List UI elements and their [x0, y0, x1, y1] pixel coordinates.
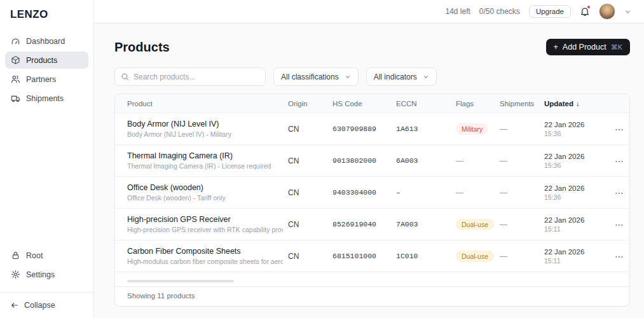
table-row[interactable]: Body Armor (NIJ Level IV) Body Armor (NI… [115, 113, 629, 145]
row-actions-button[interactable]: ⋯ [610, 188, 629, 198]
table-row[interactable]: High-precision GPS Receiver High-precisi… [115, 209, 629, 240]
table-row[interactable]: Thermal Imaging Camera (IR) Thermal Imag… [115, 145, 629, 177]
gear-icon [11, 270, 20, 279]
column-origin[interactable]: Origin [288, 100, 332, 107]
origin-cell: CN [288, 156, 332, 165]
hs-code-cell: 8526919040 [332, 220, 396, 228]
table-footer: Showing 11 products [115, 287, 629, 306]
product-cell: Office Desk (wooden) Office Desk (wooden… [115, 183, 288, 202]
product-cell: Body Armor (NIJ Level IV) Body Armor (NI… [115, 120, 288, 138]
classification-filter[interactable]: All classifications [273, 67, 359, 86]
add-product-shortcut: ⌘K [611, 43, 622, 52]
shipments-cell: — [500, 188, 544, 197]
updated-time: 15:36 [544, 130, 605, 137]
arrow-left-icon [10, 301, 19, 310]
sidebar-item-label: Dashboard [26, 37, 65, 46]
sidebar-item-label: Shipments [26, 94, 64, 103]
row-actions-button[interactable]: ⋯ [610, 219, 629, 230]
search-box [114, 67, 266, 86]
origin-cell: CN [288, 125, 332, 134]
topbar: 14d left 0/50 checks Upgrade [94, 0, 644, 24]
products-table: Product Origin HS Code ECCN Flags Shipme… [114, 93, 630, 307]
flags-cell: Military [456, 123, 500, 135]
truck-icon [11, 93, 20, 103]
filter-bar: All classifications All indicators [114, 67, 630, 86]
product-subtitle: Office Desk (wooden) - Tariff only [127, 194, 283, 202]
sidebar-bottom-nav: Root Settings [0, 247, 93, 287]
shipments-cell: — [500, 156, 544, 165]
brand-logo: LENZO [0, 0, 93, 27]
product-cell: Carbon Fiber Composite Sheets High-modul… [115, 247, 288, 265]
row-actions-button[interactable]: ⋯ [610, 156, 629, 166]
product-name: Carbon Fiber Composite Sheets [127, 247, 283, 256]
shipments-cell: — [500, 252, 544, 261]
column-flags[interactable]: Flags [456, 100, 500, 107]
clipped-row [115, 272, 629, 287]
shipments-cell: — [500, 125, 544, 134]
updated-date: 22 Jan 2026 [544, 216, 605, 224]
updated-time: 15:11 [544, 225, 605, 233]
product-cell: High-precision GPS Receiver High-precisi… [115, 215, 288, 233]
updated-time: 15:36 [544, 193, 605, 201]
notifications-button[interactable] [580, 6, 590, 17]
chevron-down-icon[interactable] [624, 8, 631, 15]
sidebar-item-root[interactable]: Root [5, 247, 88, 264]
flag-badge: — [456, 188, 463, 197]
column-hs-code[interactable]: HS Code [332, 100, 396, 107]
column-shipments[interactable]: Shipments [500, 100, 544, 107]
hs-code-cell: 6815101000 [332, 252, 396, 260]
sidebar-item-settings[interactable]: Settings [5, 266, 88, 283]
column-updated[interactable]: Updated ↓ [544, 100, 610, 107]
add-product-button[interactable]: + Add Product ⌘K [546, 39, 630, 55]
dashboard-icon [11, 36, 20, 46]
updated-cell: 22 Jan 2026 15:11 [544, 216, 610, 233]
upgrade-button[interactable]: Upgrade [529, 5, 571, 18]
indicator-filter[interactable]: All indicators [366, 67, 437, 86]
collapse-button[interactable]: Collapse [0, 292, 93, 318]
sidebar-item-products[interactable]: Products [5, 52, 88, 69]
updated-time: 15:11 [544, 257, 605, 265]
add-product-label: Add Product [563, 43, 606, 52]
package-icon [11, 55, 20, 65]
flag-badge: Military [456, 123, 488, 135]
updated-cell: 22 Jan 2026 15:36 [544, 121, 610, 137]
product-subtitle: High-modulus carbon fiber composite shee… [127, 258, 283, 265]
eccn-cell: 7A003 [396, 220, 456, 228]
updated-cell: 22 Jan 2026 15:11 [544, 248, 610, 265]
origin-cell: CN [288, 188, 332, 197]
updated-date: 22 Jan 2026 [544, 121, 605, 128]
product-cell: Thermal Imaging Camera (IR) Thermal Imag… [115, 151, 288, 170]
table-row[interactable]: Office Desk (wooden) Office Desk (wooden… [115, 177, 629, 209]
product-name: Body Armor (NIJ Level IV) [127, 120, 283, 128]
flags-cell: Dual-use [456, 251, 500, 262]
updated-date: 22 Jan 2026 [544, 153, 605, 160]
classification-filter-value: All classifications [281, 73, 339, 81]
table-row[interactable]: Carbon Fiber Composite Sheets High-modul… [115, 240, 629, 272]
sidebar-item-dashboard[interactable]: Dashboard [5, 32, 88, 50]
sort-desc-icon: ↓ [576, 100, 580, 107]
plus-icon: + [554, 43, 558, 52]
avatar[interactable] [599, 3, 615, 20]
flags-cell: Dual-use [456, 219, 500, 230]
column-eccn[interactable]: ECCN [396, 100, 456, 107]
column-product[interactable]: Product [115, 100, 288, 107]
collapse-label: Collapse [24, 301, 55, 310]
eccn-cell: – [396, 188, 456, 197]
row-actions-button[interactable]: ⋯ [610, 251, 629, 261]
updated-cell: 22 Jan 2026 15:36 [544, 184, 610, 201]
flag-badge: — [456, 156, 463, 165]
sidebar-item-partners[interactable]: Partners [5, 71, 88, 88]
updated-cell: 22 Jan 2026 15:36 [544, 153, 610, 169]
eccn-cell: 1A613 [396, 125, 456, 133]
chevron-down-icon [423, 74, 429, 80]
row-actions-button[interactable]: ⋯ [610, 124, 629, 134]
sidebar: LENZO Dashboard Products Partners Shipme… [0, 0, 94, 318]
updated-date: 22 Jan 2026 [544, 184, 605, 192]
sidebar-item-shipments[interactable]: Shipments [5, 90, 88, 107]
indicator-filter-value: All indicators [374, 73, 417, 81]
hs-code-cell: 9403304000 [332, 188, 396, 197]
search-input[interactable] [134, 73, 259, 81]
product-subtitle: Body Armor (NIJ Level IV) - Military [127, 130, 283, 138]
origin-cell: CN [288, 252, 332, 261]
users-icon [11, 74, 20, 84]
